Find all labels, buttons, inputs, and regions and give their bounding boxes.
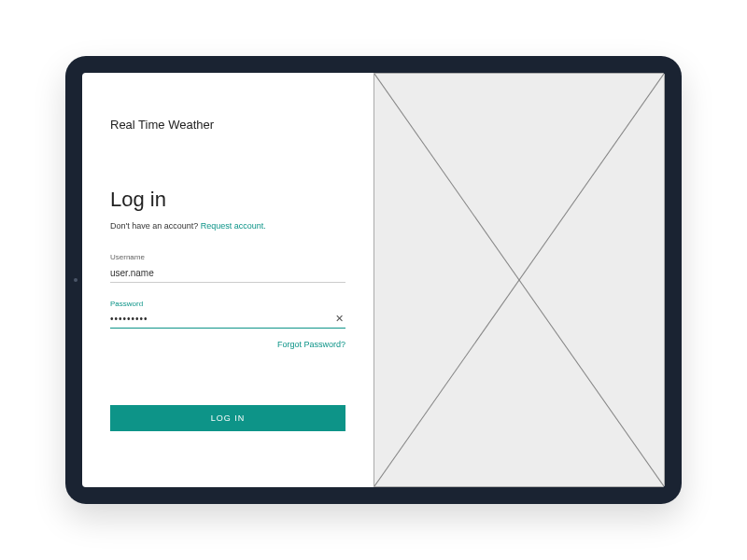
camera-dot-icon xyxy=(74,278,78,282)
username-input[interactable] xyxy=(110,264,345,283)
password-input[interactable] xyxy=(110,310,333,328)
login-heading: Log in xyxy=(110,188,345,212)
username-field-group: Username xyxy=(110,253,345,283)
placeholder-x-icon xyxy=(374,74,664,486)
request-account-link[interactable]: Request account. xyxy=(201,221,266,231)
forgot-password-link[interactable]: Forgot Password? xyxy=(277,340,345,349)
login-button[interactable]: LOG IN xyxy=(110,405,345,431)
login-panel: Real Time Weather Log in Don't have an a… xyxy=(82,73,374,487)
account-prompt: Don't have an account? Request account. xyxy=(110,221,345,231)
password-input-wrapper: ✕ xyxy=(110,310,345,329)
forgot-password-wrapper: Forgot Password? xyxy=(110,334,345,351)
password-field-group: Password ✕ Forgot Password? xyxy=(110,300,345,351)
app-title: Real Time Weather xyxy=(110,118,345,132)
username-label: Username xyxy=(110,253,345,261)
image-placeholder xyxy=(374,73,665,487)
screen: Real Time Weather Log in Don't have an a… xyxy=(82,73,665,487)
account-prompt-text: Don't have an account? xyxy=(110,221,201,231)
tablet-frame: Real Time Weather Log in Don't have an a… xyxy=(65,56,682,504)
close-icon[interactable]: ✕ xyxy=(333,313,345,325)
password-label: Password xyxy=(110,300,345,308)
